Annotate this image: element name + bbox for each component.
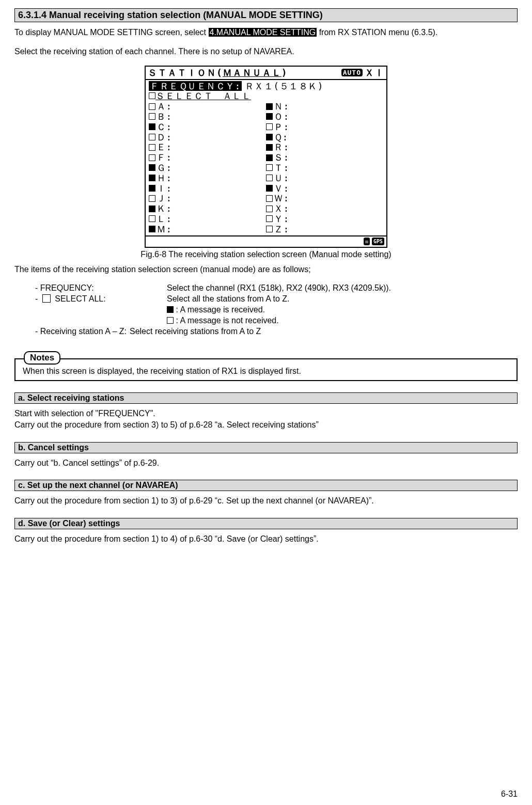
- station-cell-left: Ｆ:: [149, 152, 266, 163]
- sub-title-b: b. Cancel settings: [14, 442, 518, 453]
- items-intro: The items of the receiving station selec…: [14, 264, 518, 275]
- checkbox-icon: [266, 164, 273, 171]
- station-cell-right: Ｐ:: [266, 122, 383, 132]
- select-all-row: ＳＥＬＥＣＴ ＡＬＬ: [149, 91, 383, 101]
- station-row: Ｅ:Ｒ:: [149, 142, 383, 152]
- item-select-all-sub2: : A message is not received.: [14, 315, 518, 326]
- gps-icon: GPS: [372, 238, 384, 245]
- navarea-label: ＸⅠ: [365, 67, 384, 79]
- checkbox-icon: [149, 215, 155, 222]
- station-cell-right: Ｓ:: [266, 152, 383, 163]
- station-row: Ｌ:Ｙ:: [149, 214, 383, 224]
- notes-tab: Notes: [24, 351, 60, 365]
- checkbox-icon: [149, 195, 155, 202]
- station-cell-left: Ｋ:: [149, 203, 266, 214]
- sub-body-a: Start with selection of "FREQUENCY". Car…: [14, 408, 518, 430]
- station-cell-right: Ｗ:: [266, 193, 383, 203]
- station-label: Ｔ:: [274, 163, 289, 173]
- checkbox-icon: [266, 154, 273, 161]
- checkbox-icon: [42, 294, 51, 303]
- item-desc: : A message is not received.: [167, 315, 518, 326]
- station-label: Ｅ:: [157, 142, 172, 152]
- station-label: Ｃ:: [157, 122, 172, 132]
- checkbox-icon: [266, 185, 273, 192]
- page-number: 6-31: [501, 790, 518, 799]
- item-select-all-sub1: : A message is received.: [14, 305, 518, 315]
- empty-box-icon: [167, 317, 174, 324]
- screen-footer: ✉ GPS: [145, 236, 387, 248]
- intro-para-2: Select the receiving station of each cha…: [14, 46, 518, 57]
- notes-text: When this screen is displayed, the recei…: [23, 367, 301, 375]
- frequency-row: ＦＲＥＱＵＥＮＣＹ: ＲＸ１(５１８Ｋ): [149, 81, 383, 91]
- sub-title-d: d. Save (or Clear) settings: [14, 518, 518, 529]
- screen-title: ＳＴＡＴＩＯＮ(ＭＡＮＵＡＬ): [148, 67, 288, 79]
- sub-body-c: Carry out the procedure from section 1) …: [14, 495, 518, 507]
- item-label: - SELECT ALL:: [14, 294, 167, 305]
- checkbox-icon: [149, 164, 155, 171]
- checkbox-icon: [149, 154, 155, 161]
- station-label: Ｕ:: [274, 173, 289, 183]
- station-row: Ｄ:Ｑ:: [149, 132, 383, 143]
- station-cell-right: Ｕ:: [266, 173, 383, 183]
- station-cell-right: Ｘ:: [266, 203, 383, 214]
- station-cell-left: Ｄ:: [149, 132, 266, 143]
- station-row: Ｂ:Ｏ:: [149, 112, 383, 122]
- filled-box-icon: [167, 306, 174, 313]
- station-cell-left: Ｈ:: [149, 173, 266, 183]
- checkbox-icon: [266, 123, 273, 130]
- station-cell-right: Ｏ:: [266, 112, 383, 122]
- screen-title-suffix: ): [281, 67, 288, 78]
- station-label: Ｑ:: [274, 132, 288, 143]
- checkbox-icon: [266, 206, 273, 212]
- intro-text-1: To display MANUAL MODE SETTING screen, s…: [14, 28, 209, 37]
- checkbox-icon: [149, 134, 155, 140]
- screen-title-prefix: ＳＴＡＴＩＯＮ(: [148, 67, 223, 78]
- checkbox-icon: [149, 185, 155, 192]
- item-select-all: - SELECT ALL: Select all the stations fr…: [14, 294, 518, 305]
- station-label: Ｒ:: [274, 142, 289, 152]
- checkbox-icon: [149, 123, 155, 130]
- figure-caption: Fig.6-8 The receiving station selection …: [14, 250, 518, 259]
- item-desc: Select receiving stations from A to Z: [130, 326, 518, 337]
- mail-icon: ✉: [364, 238, 370, 245]
- item-label: - FREQUENCY:: [14, 283, 167, 294]
- checkbox-icon: [266, 103, 273, 110]
- frequency-label: ＦＲＥＱＵＥＮＣＹ:: [149, 81, 242, 91]
- station-row: Ｈ:Ｕ:: [149, 173, 383, 183]
- station-label: Ｐ:: [274, 122, 289, 132]
- station-label: Ｘ:: [274, 203, 289, 214]
- auto-badge: AUTO ＸⅠ: [341, 67, 384, 79]
- station-cell-right: Ｔ:: [266, 163, 383, 173]
- station-manual-screen: ＳＴＡＴＩＯＮ(ＭＡＮＵＡＬ) AUTO ＸⅠ ＦＲＥＱＵＥＮＣＹ: ＲＸ１(５…: [145, 66, 387, 248]
- station-row: Ｃ:Ｐ:: [149, 122, 383, 132]
- station-label: Ｖ:: [274, 183, 289, 194]
- checkbox-icon: [266, 134, 273, 140]
- notes-box: Notes When this screen is displayed, the…: [14, 351, 518, 381]
- sub-title-a: a. Select receiving stations: [14, 392, 518, 404]
- checkbox-icon: [149, 92, 155, 99]
- checkbox-icon: [149, 144, 155, 151]
- frequency-value: ＲＸ１(５１８Ｋ): [245, 81, 323, 91]
- auto-icon: AUTO: [341, 69, 363, 76]
- item-desc: : A message is received.: [167, 305, 518, 315]
- station-label: Ｋ:: [157, 203, 172, 214]
- station-label: Ｄ:: [157, 132, 172, 143]
- station-cell-right: Ｙ:: [266, 214, 383, 224]
- station-cell-left: Ｌ:: [149, 214, 266, 224]
- station-cell-right: Ｑ:: [266, 132, 383, 143]
- station-row: Ｊ:Ｗ:: [149, 193, 383, 203]
- station-label: Ｏ:: [274, 112, 289, 122]
- section-title: 6.3.1.4 Manual receiving station selecti…: [14, 8, 518, 22]
- item-receiving-station: - Receiving station A – Z: Select receiv…: [14, 326, 518, 337]
- station-label: Ｆ:: [157, 152, 172, 163]
- station-row: Ｍ:Ｚ:: [149, 224, 383, 234]
- item-desc: Select the channel (RX1 (518k), RX2 (490…: [167, 283, 518, 294]
- checkbox-icon: [266, 215, 273, 222]
- station-cell-right: Ｒ:: [266, 142, 383, 152]
- item-desc: Select all the stations from A to Z.: [167, 294, 518, 305]
- station-cell-left: Ｃ:: [149, 122, 266, 132]
- station-row: Ｋ:Ｘ:: [149, 203, 383, 214]
- station-cell-right: Ｎ:: [266, 101, 383, 112]
- checkbox-icon: [149, 206, 155, 212]
- station-cell-left: Ｅ:: [149, 142, 266, 152]
